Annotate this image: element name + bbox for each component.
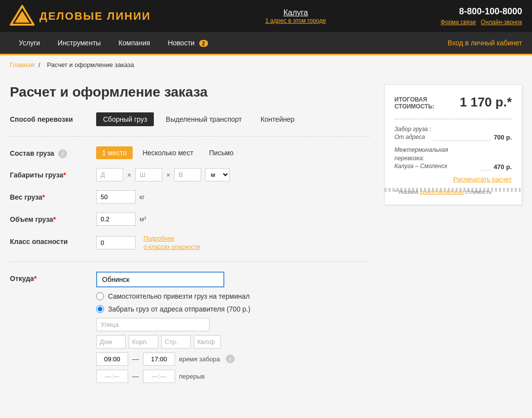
breadcrumb-home[interactable]: Главная bbox=[10, 61, 34, 69]
dimensions-label: Габариты груза* bbox=[10, 168, 96, 179]
main: Расчет и оформление заказа Способ перево… bbox=[0, 74, 532, 402]
dim-width-input[interactable] bbox=[135, 168, 162, 181]
cost-line-0-amount bbox=[433, 134, 491, 141]
transport-option-0[interactable]: Сборный груз bbox=[96, 112, 154, 126]
weight-row: Вес груза* кг bbox=[10, 190, 369, 204]
corp-input[interactable] bbox=[129, 335, 158, 348]
header-center: Калуга 1 адрес в этом городе bbox=[265, 8, 326, 24]
danger-input[interactable] bbox=[96, 236, 136, 249]
break-to-input[interactable] bbox=[143, 370, 175, 383]
news-badge: 2 bbox=[199, 40, 208, 47]
dim-sep-1: × bbox=[127, 171, 131, 179]
cost-line-1-dots bbox=[481, 164, 491, 171]
logo: ДЕЛОВЫЕ ЛИНИИ bbox=[10, 5, 151, 27]
cargo-info-icon[interactable]: i bbox=[58, 149, 67, 158]
feedback-link[interactable]: Форма связи bbox=[440, 19, 476, 26]
header-phone: 8-800-100-8000 bbox=[440, 6, 522, 17]
transport-option-1[interactable]: Выделенный транспорт bbox=[159, 112, 248, 126]
volume-label: Объем груза* bbox=[10, 212, 96, 223]
dim-length-input[interactable] bbox=[96, 168, 123, 181]
dim-sep-2: × bbox=[166, 171, 170, 179]
nav-item-tools[interactable]: Инструменты bbox=[49, 32, 109, 54]
volume-row: Объем груза* м³ bbox=[10, 212, 369, 226]
transport-option-2[interactable]: Контейнер bbox=[253, 112, 301, 126]
volume-controls: м³ bbox=[96, 212, 146, 226]
cost-line-0-sub: От адреса bbox=[394, 134, 431, 141]
address-fields bbox=[96, 318, 250, 348]
header: ДЕЛОВЫЕ ЛИНИИ Калуга 1 адрес в этом горо… bbox=[0, 0, 532, 32]
cargo-option-2[interactable]: Письмо bbox=[203, 146, 240, 159]
cost-note-link[interactable]: ориентировочная bbox=[420, 189, 463, 195]
cargo-option-0[interactable]: 1 место bbox=[96, 146, 133, 159]
cost-line-0-main: Забор груза : bbox=[394, 126, 431, 133]
nav-item-news[interactable]: Новости 2 bbox=[159, 32, 216, 54]
nav-left: Услуги Инструменты Компания Новости 2 bbox=[10, 32, 217, 54]
break-from-input[interactable] bbox=[96, 370, 128, 383]
weight-unit: кг bbox=[140, 193, 144, 201]
breadcrumb-separator: / bbox=[38, 61, 40, 69]
online-link[interactable]: Онлайн-звонок bbox=[481, 19, 522, 26]
cargo-controls: 1 место Несколько мест Письмо bbox=[96, 146, 240, 159]
cost-line-0-price: 700 р. bbox=[494, 134, 512, 141]
break-label: перерыв bbox=[179, 373, 205, 380]
house-input[interactable] bbox=[96, 335, 126, 348]
cost-line-1-price: 470 р. bbox=[494, 163, 512, 171]
address-row bbox=[96, 335, 250, 348]
dim-height-input[interactable] bbox=[174, 168, 201, 181]
break-sep: — bbox=[132, 372, 139, 380]
breadcrumb: Главная / Расчет и оформление заказа bbox=[0, 55, 532, 74]
cost-total: 1 170 р.* bbox=[460, 95, 512, 110]
cost-title: Итоговая стоимость: bbox=[394, 96, 434, 110]
cargo-option-1[interactable]: Несколько мест bbox=[137, 146, 199, 159]
cost-divider-1 bbox=[394, 119, 512, 119]
from-city-input[interactable] bbox=[96, 272, 224, 287]
login-link[interactable]: Вход в личный кабинет bbox=[448, 39, 522, 47]
cost-line-0: Забор груза : От адреса 700 р. bbox=[394, 125, 512, 141]
nav-item-company[interactable]: Компания bbox=[109, 32, 159, 54]
pickup-option-1: Забрать груз от адреса отправителя (700 … bbox=[96, 305, 250, 313]
transport-options: Сборный груз Выделенный транспорт Контей… bbox=[96, 112, 301, 126]
breadcrumb-current: Расчет и оформление заказа bbox=[47, 61, 134, 69]
weight-label: Вес груза* bbox=[10, 190, 96, 201]
nav-item-services[interactable]: Услуги bbox=[10, 32, 49, 54]
cost-line-1: Межтерминальная перевозка: Калуга – Смол… bbox=[394, 146, 512, 170]
transport-label: Способ перевозки bbox=[10, 115, 96, 123]
logo-text: ДЕЛОВЫЕ ЛИНИИ bbox=[39, 10, 151, 23]
header-address-link[interactable]: 1 адрес в этом городе bbox=[265, 17, 326, 24]
cargo-row: Состав груза i 1 место Несколько мест Пи… bbox=[10, 146, 369, 159]
cost-title-line2: стоимость: bbox=[394, 103, 434, 110]
page-title: Расчет и оформление заказа bbox=[10, 84, 369, 100]
from-controls: Самостоятельно привезти груз на терминал… bbox=[96, 272, 250, 383]
nav-right: Вход в личный кабинет bbox=[448, 39, 522, 47]
pickup-radio-1[interactable] bbox=[96, 305, 104, 313]
dim-unit-select[interactable]: м см bbox=[205, 168, 230, 181]
danger-more-link[interactable]: Подробнеео классах опасности bbox=[143, 235, 200, 251]
cost-line-0-label: Забор груза : От адреса bbox=[394, 125, 431, 141]
form-area: Расчет и оформление заказа Способ перево… bbox=[10, 84, 369, 392]
danger-label: Класс опасности bbox=[10, 235, 96, 245]
time-to-input[interactable] bbox=[143, 352, 175, 366]
cost-line-1-sub: Калуга – Смоленск bbox=[394, 163, 478, 171]
street-input[interactable] bbox=[96, 318, 210, 331]
pickup-options: Самостоятельно привезти груз на терминал… bbox=[96, 292, 250, 313]
from-label: Откуда* bbox=[10, 272, 96, 282]
cost-line-1-main: Межтерминальная перевозка: bbox=[394, 146, 448, 162]
str-input[interactable] bbox=[161, 335, 191, 348]
header-links: Форма связи Онлайн-звонок bbox=[440, 19, 522, 26]
cost-line-1-label: Межтерминальная перевозка: Калуга – Смол… bbox=[394, 146, 478, 170]
weight-controls: кг bbox=[96, 190, 144, 204]
volume-input[interactable] bbox=[96, 212, 136, 226]
pickup-radio-0[interactable] bbox=[96, 292, 104, 300]
weight-input[interactable] bbox=[96, 190, 136, 204]
print-link[interactable]: Распечатать расчет bbox=[394, 175, 512, 183]
pickup-label-1[interactable]: Забрать груз от адреса отправителя (700 … bbox=[108, 305, 250, 313]
header-city[interactable]: Калуга bbox=[265, 8, 326, 17]
break-row: — перерыв bbox=[96, 370, 250, 383]
time-from-input[interactable] bbox=[96, 352, 128, 366]
time-label: время забора bbox=[179, 355, 220, 363]
apt-input[interactable] bbox=[194, 335, 221, 348]
time-info-icon[interactable]: i bbox=[226, 354, 235, 363]
dimensions-row: Габариты груза* × × м см bbox=[10, 168, 369, 181]
pickup-label-0[interactable]: Самостоятельно привезти груз на терминал bbox=[108, 292, 249, 300]
cost-title-line1: Итоговая bbox=[394, 96, 434, 103]
